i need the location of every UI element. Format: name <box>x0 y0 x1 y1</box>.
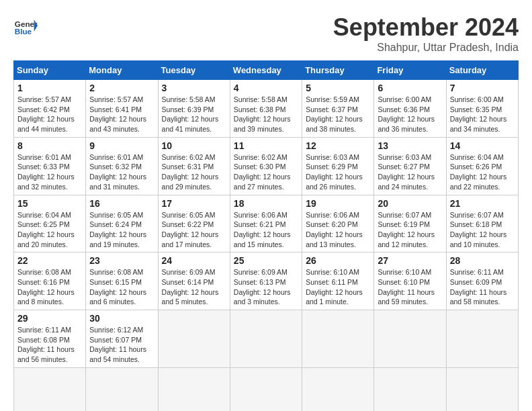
day-number: 15 <box>17 198 82 209</box>
day-number: 22 <box>17 255 82 266</box>
day-info: Sunrise: 6:11 AMSunset: 6:08 PMDaylight:… <box>17 325 82 365</box>
calendar-row: 29 Sunrise: 6:11 AMSunset: 6:08 PMDaylig… <box>14 310 519 368</box>
header-sunday: Sunday <box>14 61 86 80</box>
day-info: Sunrise: 6:01 AMSunset: 6:33 PMDaylight:… <box>17 152 82 192</box>
calendar-row: 15 Sunrise: 6:04 AMSunset: 6:25 PMDaylig… <box>14 195 519 253</box>
day-number: 4 <box>234 83 298 93</box>
header-friday: Friday <box>374 61 446 80</box>
day-number: 3 <box>162 83 226 93</box>
table-row <box>302 367 374 411</box>
table-row: 16 Sunrise: 6:05 AMSunset: 6:24 PMDaylig… <box>86 195 158 253</box>
table-row: 13 Sunrise: 6:03 AMSunset: 6:27 PMDaylig… <box>374 137 446 195</box>
title-area: September 2024 Shahpur, Uttar Pradesh, I… <box>333 13 519 54</box>
table-row <box>374 310 446 368</box>
table-row: 10 Sunrise: 6:02 AMSunset: 6:31 PMDaylig… <box>158 137 230 195</box>
table-row <box>374 367 446 411</box>
table-row: 9 Sunrise: 6:01 AMSunset: 6:32 PMDayligh… <box>86 137 158 195</box>
day-number: 1 <box>17 83 82 93</box>
table-row: 22 Sunrise: 6:08 AMSunset: 6:16 PMDaylig… <box>14 253 86 310</box>
table-row: 11 Sunrise: 6:02 AMSunset: 6:30 PMDaylig… <box>230 137 302 195</box>
day-number: 5 <box>306 83 370 93</box>
day-number: 28 <box>450 255 515 266</box>
calendar-body: 1 Sunrise: 5:57 AMSunset: 6:42 PMDayligh… <box>14 80 519 412</box>
day-info: Sunrise: 6:00 AMSunset: 6:36 PMDaylight:… <box>378 95 442 134</box>
table-row: 26 Sunrise: 6:10 AMSunset: 6:11 PMDaylig… <box>302 253 374 310</box>
calendar-table: Sunday Monday Tuesday Wednesday Thursday… <box>13 60 519 411</box>
table-row: 8 Sunrise: 6:01 AMSunset: 6:33 PMDayligh… <box>14 137 86 195</box>
day-info: Sunrise: 6:07 AMSunset: 6:18 PMDaylight:… <box>450 210 515 250</box>
day-info: Sunrise: 5:59 AMSunset: 6:37 PMDaylight:… <box>306 95 370 134</box>
calendar-row: 22 Sunrise: 6:08 AMSunset: 6:16 PMDaylig… <box>14 253 519 310</box>
table-row: 21 Sunrise: 6:07 AMSunset: 6:18 PMDaylig… <box>446 195 518 253</box>
table-row: 6 Sunrise: 6:00 AMSunset: 6:36 PMDayligh… <box>374 80 446 138</box>
day-number: 30 <box>89 313 154 324</box>
header-saturday: Saturday <box>446 61 518 80</box>
calendar-row: 1 Sunrise: 5:57 AMSunset: 6:42 PMDayligh… <box>14 80 519 138</box>
day-info: Sunrise: 6:12 AMSunset: 6:07 PMDaylight:… <box>89 325 154 365</box>
day-number: 10 <box>162 140 226 151</box>
table-row: 1 Sunrise: 5:57 AMSunset: 6:42 PMDayligh… <box>14 80 86 138</box>
table-row <box>14 367 86 411</box>
day-number: 24 <box>162 255 226 266</box>
day-info: Sunrise: 6:04 AMSunset: 6:26 PMDaylight:… <box>450 152 515 192</box>
day-info: Sunrise: 6:05 AMSunset: 6:22 PMDaylight:… <box>162 210 226 250</box>
day-number: 20 <box>378 198 442 209</box>
calendar-row: 8 Sunrise: 6:01 AMSunset: 6:33 PMDayligh… <box>14 137 519 195</box>
header-monday: Monday <box>86 61 158 80</box>
day-info: Sunrise: 6:08 AMSunset: 6:16 PMDaylight:… <box>17 267 82 307</box>
day-info: Sunrise: 6:10 AMSunset: 6:10 PMDaylight:… <box>378 267 442 307</box>
day-number: 14 <box>450 140 515 151</box>
table-row: 20 Sunrise: 6:07 AMSunset: 6:19 PMDaylig… <box>374 195 446 253</box>
table-row: 29 Sunrise: 6:11 AMSunset: 6:08 PMDaylig… <box>14 310 86 368</box>
table-row <box>446 310 518 368</box>
table-row <box>302 310 374 368</box>
day-info: Sunrise: 6:06 AMSunset: 6:20 PMDaylight:… <box>306 210 370 250</box>
table-row: 18 Sunrise: 6:06 AMSunset: 6:21 PMDaylig… <box>230 195 302 253</box>
table-row: 23 Sunrise: 6:08 AMSunset: 6:15 PMDaylig… <box>86 253 158 310</box>
day-info: Sunrise: 6:11 AMSunset: 6:09 PMDaylight:… <box>450 267 515 307</box>
day-info: Sunrise: 6:03 AMSunset: 6:27 PMDaylight:… <box>378 152 442 192</box>
day-info: Sunrise: 5:57 AMSunset: 6:42 PMDaylight:… <box>17 95 82 134</box>
header-tuesday: Tuesday <box>158 61 230 80</box>
day-number: 11 <box>234 140 298 151</box>
header: General Blue September 2024 Shahpur, Utt… <box>13 13 519 54</box>
day-number: 21 <box>450 198 515 209</box>
day-number: 18 <box>234 198 298 209</box>
subtitle: Shahpur, Uttar Pradesh, India <box>333 42 519 54</box>
day-number: 12 <box>306 140 370 151</box>
day-info: Sunrise: 6:01 AMSunset: 6:32 PMDaylight:… <box>89 152 154 192</box>
day-info: Sunrise: 6:02 AMSunset: 6:31 PMDaylight:… <box>162 152 226 192</box>
table-row: 30 Sunrise: 6:12 AMSunset: 6:07 PMDaylig… <box>86 310 158 368</box>
table-row: 19 Sunrise: 6:06 AMSunset: 6:20 PMDaylig… <box>302 195 374 253</box>
day-number: 8 <box>17 140 82 151</box>
day-number: 19 <box>306 198 370 209</box>
weekday-header-row: Sunday Monday Tuesday Wednesday Thursday… <box>14 61 519 80</box>
day-number: 9 <box>89 140 154 151</box>
day-number: 13 <box>378 140 442 151</box>
logo-icon: General Blue <box>13 13 38 38</box>
table-row: 28 Sunrise: 6:11 AMSunset: 6:09 PMDaylig… <box>446 253 518 310</box>
day-info: Sunrise: 6:06 AMSunset: 6:21 PMDaylight:… <box>234 210 298 250</box>
table-row: 12 Sunrise: 6:03 AMSunset: 6:29 PMDaylig… <box>302 137 374 195</box>
table-row <box>86 367 158 411</box>
day-number: 7 <box>450 83 515 93</box>
table-row <box>230 310 302 368</box>
day-number: 23 <box>89 255 154 266</box>
day-number: 27 <box>378 255 442 266</box>
table-row: 17 Sunrise: 6:05 AMSunset: 6:22 PMDaylig… <box>158 195 230 253</box>
day-info: Sunrise: 6:07 AMSunset: 6:19 PMDaylight:… <box>378 210 442 250</box>
month-title: September 2024 <box>333 13 519 42</box>
svg-text:Blue: Blue <box>15 27 32 36</box>
day-info: Sunrise: 6:02 AMSunset: 6:30 PMDaylight:… <box>234 152 298 192</box>
day-info: Sunrise: 5:58 AMSunset: 6:39 PMDaylight:… <box>162 95 226 134</box>
table-row: 5 Sunrise: 5:59 AMSunset: 6:37 PMDayligh… <box>302 80 374 138</box>
day-info: Sunrise: 6:08 AMSunset: 6:15 PMDaylight:… <box>89 267 154 307</box>
day-info: Sunrise: 6:03 AMSunset: 6:29 PMDaylight:… <box>306 152 370 192</box>
header-thursday: Thursday <box>302 61 374 80</box>
day-number: 25 <box>234 255 298 266</box>
table-row: 25 Sunrise: 6:09 AMSunset: 6:13 PMDaylig… <box>230 253 302 310</box>
table-row <box>158 310 230 368</box>
table-row: 2 Sunrise: 5:57 AMSunset: 6:41 PMDayligh… <box>86 80 158 138</box>
day-number: 2 <box>89 83 154 93</box>
day-number: 6 <box>378 83 442 93</box>
